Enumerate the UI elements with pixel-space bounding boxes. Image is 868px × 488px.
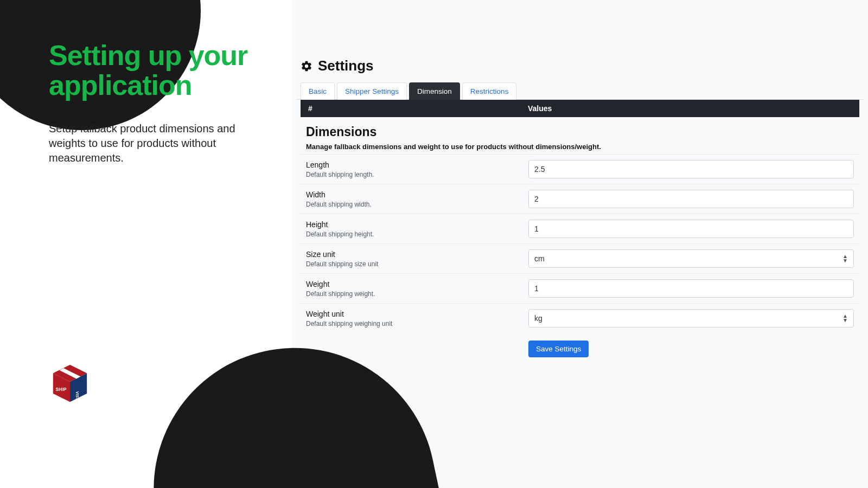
section-title: Dimensions <box>306 125 854 139</box>
length-input[interactable] <box>528 160 854 178</box>
field-label: Size unit <box>306 250 528 259</box>
headline-line-1: Setting up your <box>49 40 247 71</box>
table-header-hash: # <box>308 104 528 113</box>
field-row-length: LengthDefault shipping length. <box>301 154 859 184</box>
logo-text-vista: VISTA <box>75 391 79 402</box>
field-row-size-unit: Size unitDefault shipping size unitcm▲▼ <box>301 243 859 273</box>
headline-line-2: application <box>49 69 192 101</box>
section-desc: Manage fallback dimensions and weight to… <box>306 143 854 151</box>
tabs: BasicShipper SettingsDimensionRestrictio… <box>296 82 864 100</box>
tab-basic[interactable]: Basic <box>301 82 335 100</box>
select-value: kg <box>534 314 542 323</box>
box-logo-icon: SHIP VISTA <box>49 362 91 404</box>
select-arrows-icon: ▲▼ <box>843 254 848 263</box>
field-label: Height <box>306 220 528 229</box>
weight-unit-select[interactable]: kg▲▼ <box>528 309 854 328</box>
field-row-height: HeightDefault shipping height. <box>301 214 859 243</box>
settings-header: Settings <box>296 57 864 74</box>
tab-shipper-settings[interactable]: Shipper Settings <box>337 82 407 100</box>
table-header-values: Values <box>528 104 852 113</box>
logo-text-ship: SHIP <box>55 387 66 392</box>
table-header: # Values <box>301 100 859 117</box>
width-input[interactable] <box>528 190 854 208</box>
field-help: Default shipping weighing unit <box>306 320 528 328</box>
field-label: Weight unit <box>306 310 528 318</box>
field-help: Default shipping length. <box>306 171 528 178</box>
field-help: Default shipping size unit <box>306 260 528 268</box>
save-button[interactable]: Save Settings <box>528 341 589 357</box>
select-value: cm <box>534 254 545 263</box>
field-label: Weight <box>306 280 528 288</box>
field-help: Default shipping weight. <box>306 290 528 298</box>
headline: Setting up your application <box>49 41 288 100</box>
height-input[interactable] <box>528 220 854 238</box>
gear-icon <box>301 60 312 72</box>
field-row-width: WidthDefault shipping width. <box>301 184 859 214</box>
size-unit-select[interactable]: cm▲▼ <box>528 249 854 268</box>
dimensions-panel: Dimensions Manage fallback dimensions an… <box>301 117 859 365</box>
field-help: Default shipping height. <box>306 230 528 238</box>
tab-restrictions[interactable]: Restrictions <box>462 82 517 100</box>
brand-logo: SHIP VISTA <box>49 362 91 407</box>
field-label: Width <box>306 190 528 199</box>
field-label: Length <box>306 160 528 169</box>
settings-title: Settings <box>318 57 374 74</box>
save-row: Save Settings <box>301 333 859 365</box>
field-row-weight: WeightDefault shipping weight. <box>301 273 859 303</box>
field-help: Default shipping width. <box>306 201 528 208</box>
select-arrows-icon: ▲▼ <box>843 314 848 323</box>
tab-dimension[interactable]: Dimension <box>409 82 460 100</box>
left-column: Setting up your application Setup fallba… <box>49 41 288 165</box>
field-row-weight-unit: Weight unitDefault shipping weighing uni… <box>301 303 859 333</box>
weight-input[interactable] <box>528 279 854 298</box>
headline-sub: Setup fallback product dimensions and we… <box>49 121 266 165</box>
